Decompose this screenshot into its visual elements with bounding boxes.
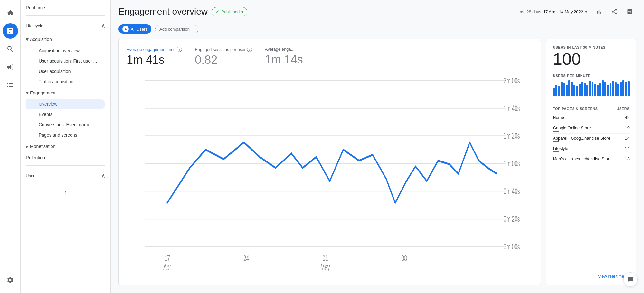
settings-nav-icon[interactable] xyxy=(3,272,18,288)
top-pages-section: TOP PAGES & SCREENS USERS Home 42 Google… xyxy=(553,107,630,164)
add-comparison-btn[interactable]: Add comparison + xyxy=(155,25,198,33)
sidebar-realtime[interactable]: Real-time xyxy=(21,0,110,13)
add-comparison-label: Add comparison xyxy=(159,27,190,32)
top-page-count: 14 xyxy=(625,136,630,141)
home-nav-icon[interactable] xyxy=(3,5,18,21)
check-icon: ✓ xyxy=(215,9,219,15)
acquisition-items: Acquisition overview User acquisition: F… xyxy=(26,45,110,87)
top-page-count: 42 xyxy=(625,115,630,120)
mini-bar-item xyxy=(571,82,573,96)
mini-bar-item xyxy=(584,83,586,96)
top-page-name: Lifestyle xyxy=(553,146,571,152)
engagement-arrow: ▾ xyxy=(26,89,29,96)
mini-bar-item xyxy=(568,80,570,96)
mini-bar-item xyxy=(628,81,630,96)
all-users-chip[interactable]: A All Users xyxy=(118,24,151,34)
lifecycle-section-header[interactable]: Life cycle ∧ xyxy=(21,18,110,33)
svg-text:0m 00s: 0m 00s xyxy=(504,242,520,251)
metric-avg-engage: Average enga... 1m 14s xyxy=(265,47,303,67)
metric-engaged-sessions-label: Engaged sessions per user ? xyxy=(195,47,252,52)
mini-bar-item xyxy=(592,82,593,96)
sidebar-item-user-acquisition[interactable]: User acquisition xyxy=(26,66,105,76)
sidebar-item-events[interactable]: Events xyxy=(26,109,105,120)
users-in-30-label: USERS IN LAST 30 MINUTES xyxy=(553,45,630,49)
sidebar-item-conversions[interactable]: Conversions: Event name xyxy=(26,120,105,130)
top-page-row[interactable]: Lifestyle 14 xyxy=(553,144,630,154)
mini-bar-item xyxy=(553,88,555,96)
top-page-row[interactable]: Men's / Unisex...chandise Store 13 xyxy=(553,154,630,164)
users-per-minute-section: USERS PER MINUTE xyxy=(553,74,630,102)
metrics-row: Average engagement time ? 1m 41s Engaged… xyxy=(127,47,533,67)
share-btn[interactable] xyxy=(608,5,621,18)
sidebar-item-retention[interactable]: Retention xyxy=(21,152,105,163)
mini-bar-item xyxy=(612,81,614,96)
date-range-label: Last 28 days xyxy=(517,9,541,14)
view-realtime-link[interactable]: View real time → xyxy=(553,271,630,278)
add-comparison-plus-icon: + xyxy=(192,27,194,32)
sidebar-item-overview[interactable]: Overview xyxy=(26,99,105,109)
svg-text:1m 20s: 1m 20s xyxy=(504,132,520,141)
top-pages-header: TOP PAGES & SCREENS USERS xyxy=(553,107,630,111)
status-label: Published xyxy=(221,9,240,14)
comparison-bar: A All Users Add comparison + xyxy=(111,23,644,39)
metric-help-icon-2[interactable]: ? xyxy=(247,47,252,52)
metric-avg-engagement-label: Average engagement time ? xyxy=(127,47,182,52)
user-chevron: ∧ xyxy=(101,172,105,179)
sidebar-divider-2 xyxy=(26,165,105,166)
user-label: User xyxy=(26,173,34,178)
chart-svg: 2m 00s 1m 40s 1m 20s 1m 00s 0m 40s 0m 20… xyxy=(127,73,533,277)
search-nav-icon[interactable] xyxy=(3,41,18,57)
mini-bar-item xyxy=(607,85,609,96)
icon-bar xyxy=(0,0,21,293)
sidebar-collapse-btn[interactable]: ‹ xyxy=(64,188,67,196)
analytics-nav-icon[interactable] xyxy=(3,23,18,39)
monetisation-group[interactable]: ▸ Monetisation xyxy=(21,140,110,152)
mini-bar-item xyxy=(625,82,627,96)
header-right: Last 28 days 17 Apr - 14 May 2022 ▾ xyxy=(517,5,636,18)
metric-engaged-sessions-value: 0.82 xyxy=(195,53,252,67)
mini-bar-item xyxy=(558,86,560,96)
mini-bar-item xyxy=(622,80,624,96)
metric-avg-engage-label: Average enga... xyxy=(265,47,303,52)
sidebar: Real-time Life cycle ∧ ▾ Acquisition Acq… xyxy=(21,0,111,293)
ads-nav-icon[interactable] xyxy=(3,59,18,75)
engagement-label: Engagement xyxy=(30,90,55,95)
metric-help-icon-1[interactable]: ? xyxy=(177,47,182,52)
user-section-header[interactable]: User ∧ xyxy=(21,168,110,183)
top-page-row[interactable]: Apparel | Goog...handise Store 14 xyxy=(553,134,630,144)
realtime-section: USERS IN LAST 30 MINUTES 100 xyxy=(553,45,630,69)
mini-bar-item xyxy=(581,82,583,96)
insights-btn[interactable] xyxy=(623,5,636,18)
top-page-row[interactable]: Google Online Store 19 xyxy=(553,123,630,134)
mini-bar-item xyxy=(599,83,601,96)
metric-engaged-sessions: Engaged sessions per user ? 0.82 xyxy=(195,47,252,67)
svg-text:Apr: Apr xyxy=(163,263,171,272)
mini-bar-item xyxy=(604,82,606,96)
mini-bar-item xyxy=(620,82,622,96)
main-card: Average engagement time ? 1m 41s Engaged… xyxy=(118,39,541,285)
engagement-group[interactable]: ▾ Engagement xyxy=(21,87,110,99)
status-badge[interactable]: ✓ Published ▾ xyxy=(212,7,247,16)
top-page-name: Apparel | Goog...handise Store xyxy=(553,136,613,142)
mini-bar-item xyxy=(615,82,617,96)
mini-bar-item xyxy=(579,84,581,96)
mini-bar-item xyxy=(594,84,596,96)
svg-text:May: May xyxy=(320,263,330,272)
chart-type-btn[interactable] xyxy=(592,5,605,18)
sidebar-item-pages-screens[interactable]: Pages and screens xyxy=(26,130,105,140)
all-users-label: All Users xyxy=(131,27,147,32)
feedback-btn[interactable] xyxy=(623,272,638,287)
sidebar-item-user-acquisition-first[interactable]: User acquisition: First user ... xyxy=(26,56,105,66)
acquisition-arrow: ▾ xyxy=(26,36,29,43)
top-page-row[interactable]: Home 42 xyxy=(553,113,630,123)
sidebar-item-traffic-acquisition[interactable]: Traffic acquisition xyxy=(26,76,105,87)
reports-nav-icon[interactable] xyxy=(3,77,18,93)
mini-bar-item xyxy=(555,85,557,96)
acquisition-group[interactable]: ▾ Acquisition xyxy=(21,33,110,45)
users-col-label: USERS xyxy=(617,107,630,111)
dropdown-chevron-icon: ▾ xyxy=(242,9,244,14)
top-page-name: Google Online Store xyxy=(553,125,593,132)
date-range-selector[interactable]: Last 28 days 17 Apr - 14 May 2022 ▾ xyxy=(517,9,587,14)
top-pages-list: Home 42 Google Online Store 19 Apparel |… xyxy=(553,113,630,164)
sidebar-item-acquisition-overview[interactable]: Acquisition overview xyxy=(26,45,105,56)
